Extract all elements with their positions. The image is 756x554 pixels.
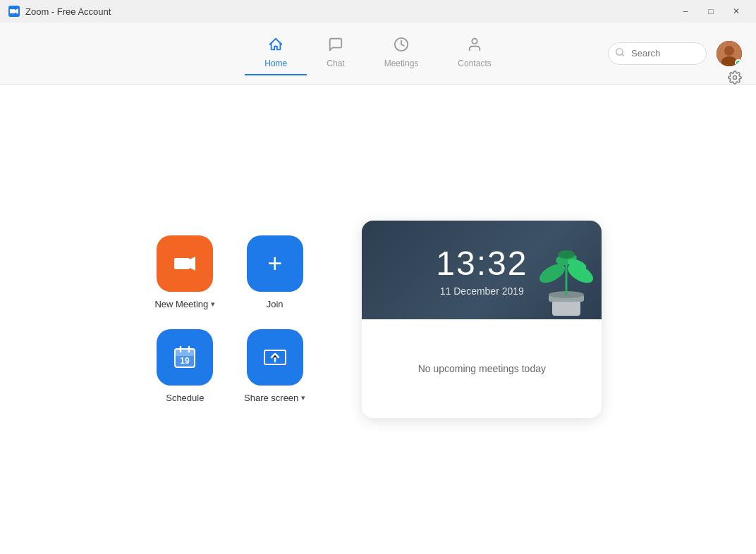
new-meeting-label: New Meeting ▾: [154, 299, 215, 309]
meetings-section: No upcoming meetings today: [362, 319, 602, 418]
tab-home-label: Home: [264, 59, 287, 68]
svg-point-10: [733, 76, 737, 80]
no-meetings-text: No upcoming meetings today: [418, 363, 546, 374]
new-meeting-chevron: ▾: [211, 300, 215, 309]
schedule-item: 19 Schedule: [154, 329, 216, 403]
plant-decoration-icon: [531, 235, 602, 319]
calendar-icon: 19: [172, 345, 197, 370]
clock-time: 13:32: [436, 244, 528, 283]
clock-date: 11 December 2019: [436, 285, 528, 297]
tab-home[interactable]: Home: [245, 31, 307, 75]
app-title: Zoom - Free Account: [25, 6, 111, 17]
schedule-label: Schedule: [166, 393, 204, 403]
svg-point-28: [558, 250, 575, 259]
tab-contacts-label: Contacts: [458, 59, 491, 68]
tab-meetings-label: Meetings: [384, 59, 419, 68]
svg-rect-15: [175, 349, 195, 356]
clock-display: 13:32 11 December 2019: [436, 244, 528, 297]
join-plus-icon: +: [267, 251, 282, 276]
search-input[interactable]: [608, 42, 707, 65]
avatar[interactable]: [717, 41, 742, 66]
tab-meetings[interactable]: Meetings: [365, 31, 439, 75]
new-meeting-button[interactable]: [157, 235, 213, 292]
share-screen-icon: [262, 345, 288, 370]
zoom-logo-icon: [8, 6, 20, 17]
share-screen-label: Share screen ▾: [244, 393, 305, 403]
avatar-container: [717, 41, 742, 66]
home-icon: [268, 37, 284, 56]
status-indicator: [735, 59, 742, 66]
share-screen-chevron: ▾: [301, 393, 305, 402]
main-content: New Meeting ▾ + Join: [0, 85, 756, 554]
svg-rect-11: [174, 258, 190, 269]
join-item: + Join: [244, 235, 305, 309]
clock-panel: 13:32 11 December 2019: [362, 221, 602, 418]
svg-point-4: [472, 39, 477, 44]
contacts-icon: [467, 37, 482, 56]
close-button[interactable]: ✕: [725, 4, 748, 19]
svg-text:19: 19: [181, 356, 190, 366]
tab-contacts[interactable]: Contacts: [438, 31, 511, 75]
new-meeting-item: New Meeting ▾: [154, 235, 216, 309]
maximize-button[interactable]: □: [700, 4, 722, 19]
window-controls: – □ ✕: [674, 4, 748, 19]
share-screen-item: Share screen ▾: [244, 329, 305, 403]
schedule-button[interactable]: 19: [157, 329, 213, 386]
svg-marker-12: [190, 257, 195, 271]
action-grid: New Meeting ▾ + Join: [154, 235, 306, 403]
share-screen-button[interactable]: [247, 329, 303, 386]
minimize-button[interactable]: –: [674, 4, 697, 19]
search-container: [608, 42, 707, 65]
chat-icon: [328, 37, 343, 56]
video-icon: [172, 251, 197, 276]
meetings-icon: [394, 37, 409, 56]
clock-banner: 13:32 11 December 2019: [362, 221, 602, 319]
svg-marker-1: [10, 9, 15, 13]
tab-chat[interactable]: Chat: [307, 31, 364, 75]
nav-bar: Home Chat Meetings: [0, 23, 756, 85]
app-window: Home Chat Meetings: [0, 23, 756, 554]
join-button[interactable]: +: [247, 235, 303, 292]
svg-point-8: [724, 46, 734, 56]
title-bar: Zoom - Free Account – □ ✕: [0, 0, 756, 23]
join-label: Join: [267, 299, 284, 309]
tab-chat-label: Chat: [327, 59, 344, 68]
title-left: Zoom - Free Account: [8, 6, 111, 17]
